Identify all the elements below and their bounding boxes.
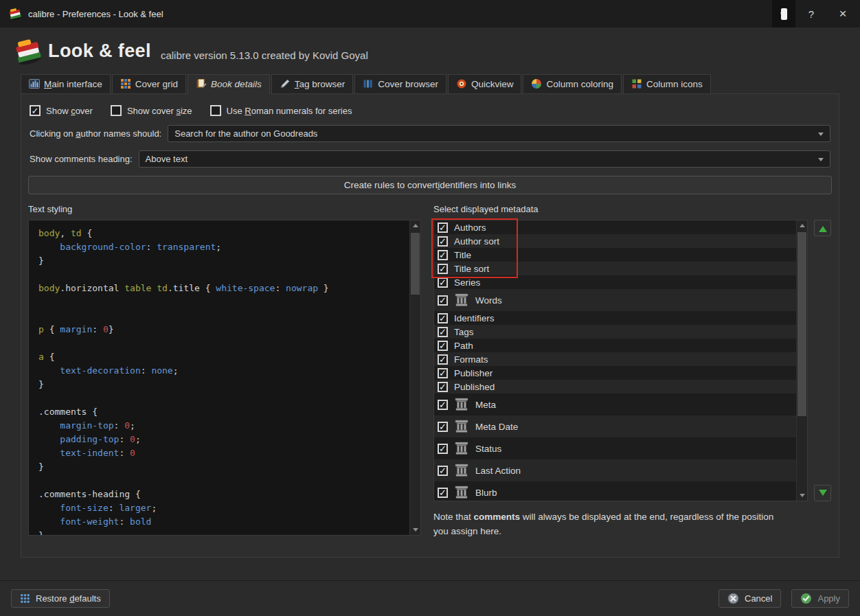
metadata-label: Formats xyxy=(454,354,488,365)
metadata-row-last-action[interactable]: Last Action xyxy=(434,459,796,481)
checkbox-icon[interactable] xyxy=(438,313,448,323)
keyboard-indicator-icon xyxy=(781,8,787,20)
scroll-down-button[interactable] xyxy=(797,490,807,501)
checkbox-icon[interactable] xyxy=(438,223,448,233)
tab-book-details[interactable]: Book details xyxy=(188,74,270,93)
checkbox-icon[interactable] xyxy=(438,277,448,288)
close-button[interactable]: × xyxy=(827,0,859,27)
metadata-row-path[interactable]: Path xyxy=(434,339,796,352)
author-link-select[interactable]: Search for the author on Goodreads xyxy=(168,125,830,142)
comments-heading-select[interactable]: Above text xyxy=(139,150,830,168)
metadata-label: Author sort xyxy=(454,236,499,247)
tab-cover-browser[interactable]: Cover browser xyxy=(354,74,446,93)
comments-note: Note that comments will always be displa… xyxy=(433,510,789,538)
checkbox-icon[interactable] xyxy=(438,295,448,306)
metadata-row-identifiers[interactable]: Identifiers xyxy=(434,311,796,325)
metadata-label: Path xyxy=(454,341,473,351)
metadata-row-meta[interactable]: Meta xyxy=(434,393,796,415)
editor-scrollbar[interactable] xyxy=(409,220,420,535)
custom-column-icon xyxy=(454,486,469,499)
code-line: padding-top: 0; xyxy=(38,433,403,446)
scrollbar-track[interactable] xyxy=(797,231,807,490)
checkbox-icon[interactable] xyxy=(438,400,448,410)
checkbox-icon[interactable] xyxy=(438,264,448,274)
tab-quickview[interactable]: Quickview xyxy=(448,74,522,93)
arrow-down-icon xyxy=(819,490,827,500)
checkbox-icon[interactable] xyxy=(438,368,448,378)
checkbox-show-cover-size[interactable]: Show cover size xyxy=(111,105,192,116)
checkbox-icon[interactable] xyxy=(438,466,448,476)
checkbox-icon[interactable] xyxy=(438,327,448,337)
metadata-row-publisher[interactable]: Publisher xyxy=(434,366,796,380)
tab-label: Main interface xyxy=(44,79,102,89)
metadata-listbox[interactable]: AuthorsAuthor sortTitleTitle sortSeriesW… xyxy=(433,220,808,501)
checkbox-icon[interactable] xyxy=(438,236,448,247)
metadata-label: Last Action xyxy=(475,466,521,476)
metadata-label: Tags xyxy=(454,327,474,337)
css-editor[interactable]: body, td { background-color: transparent… xyxy=(28,220,421,536)
checkbox-icon[interactable] xyxy=(210,105,221,116)
input-indicator xyxy=(772,0,795,27)
apply-button[interactable]: Apply xyxy=(791,589,849,608)
tab-label: Cover grid xyxy=(135,79,178,89)
checkbox-icon[interactable] xyxy=(438,354,448,365)
identifier-rules-button[interactable]: Create rules to convert identifiers into… xyxy=(28,176,832,194)
metadata-row-tags[interactable]: Tags xyxy=(434,325,796,339)
restore-defaults-button[interactable]: Restore defaults xyxy=(11,589,110,608)
arrow-up-icon xyxy=(800,221,805,227)
tab-label: Column coloring xyxy=(546,79,613,89)
apply-icon xyxy=(800,593,812,604)
metadata-row-title[interactable]: Title xyxy=(434,248,796,262)
tab-cover-grid[interactable]: Cover grid xyxy=(112,74,186,93)
metadata-row-published[interactable]: Published xyxy=(434,380,796,393)
metadata-row-authors[interactable]: Authors xyxy=(434,220,796,234)
code-line: body.horizontal table td.title { white-s… xyxy=(38,282,403,295)
move-down-button[interactable] xyxy=(814,485,831,501)
checkbox-icon[interactable] xyxy=(30,105,41,116)
metadata-label: Words xyxy=(475,295,502,306)
tab-main-interface[interactable]: Main interface xyxy=(21,74,111,93)
scroll-up-button[interactable] xyxy=(410,220,420,231)
metadata-label: Publisher xyxy=(454,368,493,378)
checkbox-icon[interactable] xyxy=(438,382,448,392)
metadata-row-meta-date[interactable]: Meta Date xyxy=(434,415,796,437)
checkbox-icon[interactable] xyxy=(438,422,448,432)
metadata-row-series[interactable]: Series xyxy=(434,275,796,289)
scrollbar-track[interactable] xyxy=(410,231,420,525)
arrow-up-icon xyxy=(413,221,418,227)
checkbox-icon[interactable] xyxy=(438,250,448,260)
tab-tag-browser[interactable]: Tag browser xyxy=(271,74,354,93)
checkbox-icon[interactable] xyxy=(438,341,448,351)
tab-column-icons[interactable]: Column icons xyxy=(623,74,711,93)
scrollbar-thumb[interactable] xyxy=(797,232,806,416)
move-up-button[interactable] xyxy=(814,220,831,236)
list-scrollbar[interactable] xyxy=(796,220,807,501)
cancel-button[interactable]: Cancel xyxy=(718,589,781,608)
metadata-row-formats[interactable]: Formats xyxy=(434,352,796,366)
help-button[interactable]: ? xyxy=(795,0,827,27)
checkbox-use-roman-numerals-for-series[interactable]: Use Roman numerals for series xyxy=(210,105,352,116)
checkbox-icon[interactable] xyxy=(438,488,448,498)
calibre-logo-icon xyxy=(8,7,22,21)
metadata-row-blurb[interactable]: Blurb xyxy=(434,481,796,501)
checkbox-icon[interactable] xyxy=(438,444,448,454)
restore-defaults-label: Restore defaults xyxy=(36,593,101,604)
metadata-row-title-sort[interactable]: Title sort xyxy=(434,262,796,275)
custom-column-icon xyxy=(454,293,469,307)
tab-column-coloring[interactable]: Column coloring xyxy=(523,74,622,93)
custom-column-icon xyxy=(454,442,469,455)
arrow-down-icon xyxy=(800,494,805,500)
checkbox-icon[interactable] xyxy=(111,105,122,116)
metadata-label: Status xyxy=(475,444,501,454)
code-line xyxy=(38,391,403,405)
checkbox-show-cover[interactable]: Show cover xyxy=(30,105,93,116)
scrollbar-thumb[interactable] xyxy=(411,233,420,295)
metadata-row-author-sort[interactable]: Author sort xyxy=(434,234,796,248)
code-line: } xyxy=(38,254,403,268)
metadata-row-words[interactable]: Words xyxy=(434,289,796,311)
css-code[interactable]: body, td { background-color: transparent… xyxy=(29,220,420,536)
look-and-feel-icon xyxy=(14,36,43,65)
scroll-up-button[interactable] xyxy=(797,220,807,231)
scroll-down-button[interactable] xyxy=(410,525,420,535)
metadata-row-status[interactable]: Status xyxy=(434,437,796,459)
